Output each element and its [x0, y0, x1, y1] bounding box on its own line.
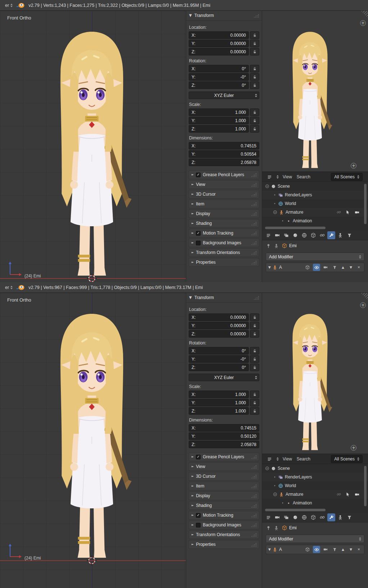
- tab-render-icon[interactable]: [273, 231, 281, 239]
- tab-world-icon[interactable]: [300, 231, 308, 239]
- panel-grease-pencil-layers[interactable]: ►✓Grease Pencil Layers: [189, 170, 259, 179]
- rotation-y-field[interactable]: Y:-0°: [189, 73, 249, 81]
- spinner-icon[interactable]: [10, 4, 13, 7]
- panel-grip-icon[interactable]: [251, 484, 256, 488]
- dimension-x-field[interactable]: X:0.74515: [189, 424, 259, 432]
- checkbox-checked-icon[interactable]: ✓: [196, 173, 201, 177]
- scale-z-field[interactable]: Z:1.000: [189, 125, 249, 133]
- outliner-tab-search[interactable]: Search: [296, 456, 311, 462]
- lock-rotation-z-button[interactable]: [250, 364, 259, 371]
- move-modifier-down-button[interactable]: ▼: [348, 264, 354, 271]
- pin-icon[interactable]: [266, 244, 271, 248]
- checkbox-unchecked-icon[interactable]: [196, 241, 201, 245]
- rotation-x-field[interactable]: X:0°: [189, 65, 249, 72]
- checkbox-unchecked-icon[interactable]: [196, 523, 201, 527]
- panel-grip-icon[interactable]: [251, 475, 256, 478]
- scale-y-field[interactable]: Y:1.000: [189, 117, 249, 124]
- tab-physics-icon[interactable]: [345, 513, 353, 521]
- panel-grip-icon[interactable]: [253, 14, 259, 18]
- collapse-arrow-icon[interactable]: ▼: [268, 266, 271, 269]
- object-breadcrumb[interactable]: Emi: [282, 243, 297, 248]
- tab-scene-icon[interactable]: [291, 231, 299, 239]
- editor-type-selector[interactable]: er: [5, 285, 13, 290]
- panel-transform-orientations[interactable]: ►Transform Orientations: [189, 248, 259, 257]
- rotation-order-select[interactable]: XYZ Euler: [189, 92, 259, 99]
- lock-rotation-x-button[interactable]: [250, 65, 259, 72]
- spinner-icon[interactable]: [10, 286, 13, 289]
- panel-grip-icon[interactable]: [251, 513, 256, 517]
- delete-modifier-button[interactable]: ✕: [356, 546, 362, 553]
- editor-menu-icon[interactable]: [264, 231, 272, 239]
- collapse-arrow-icon[interactable]: ▼: [268, 548, 271, 551]
- armature-modifier-header[interactable]: ▼ A ▲ ▼ ✕: [266, 545, 364, 554]
- character-model[interactable]: [42, 312, 142, 560]
- armature-modifier-header[interactable]: ▼ A ▲ ▼ ✕: [266, 263, 364, 272]
- tab-data-icon[interactable]: [336, 231, 344, 239]
- lock-scale-z-button[interactable]: [250, 407, 259, 415]
- tab-render-layers-icon[interactable]: [282, 513, 290, 521]
- panel-grip-icon[interactable]: [251, 231, 256, 235]
- tab-world-icon[interactable]: [300, 513, 308, 521]
- panel-grip-icon[interactable]: [251, 465, 256, 469]
- outliner-scope-select[interactable]: All Scenes: [331, 173, 363, 181]
- location-y-field[interactable]: Y:0.00000: [189, 40, 249, 47]
- dimension-y-field[interactable]: Y:0.50554: [189, 150, 259, 158]
- panel-display[interactable]: ►Display: [189, 209, 259, 218]
- restrict-render-icon[interactable]: [355, 210, 359, 215]
- character-model[interactable]: [42, 30, 142, 278]
- region-corner-handle[interactable]: [361, 11, 368, 18]
- outliner-item-scene[interactable]: Scene: [262, 464, 368, 473]
- lock-scale-y-button[interactable]: [250, 399, 259, 406]
- outliner-tab-search[interactable]: Search: [296, 174, 311, 180]
- scale-x-field[interactable]: X:1.000: [189, 391, 249, 398]
- panel-background-images[interactable]: ►Background Images: [189, 521, 259, 529]
- expand-region-button[interactable]: +: [360, 302, 366, 308]
- outliner-vertical-scrollbar[interactable]: [364, 466, 367, 506]
- panel-properties[interactable]: ►Properties: [189, 540, 259, 549]
- panel-shading[interactable]: ►Shading: [189, 219, 259, 228]
- panel-grip-icon[interactable]: [251, 241, 256, 245]
- panel-grip-icon[interactable]: [251, 504, 256, 508]
- outliner-tab-view[interactable]: View: [282, 174, 293, 180]
- add-modifier-button[interactable]: Add Modifier: [266, 535, 364, 543]
- location-y-field[interactable]: Y:0.00000: [189, 322, 249, 329]
- modifier-name[interactable]: A: [279, 265, 282, 270]
- toggle-render-icon[interactable]: [322, 546, 329, 553]
- restrict-render-icon[interactable]: [355, 492, 359, 497]
- tab-constraints-icon[interactable]: [318, 231, 326, 239]
- outliner-vertical-scrollbar[interactable]: [364, 184, 367, 224]
- panel-grip-icon[interactable]: [251, 192, 256, 196]
- toggle-render-icon[interactable]: [322, 264, 329, 271]
- outliner-horizontal-scrollbar[interactable]: [265, 227, 326, 229]
- outliner-item-armature[interactable]: Armature: [262, 490, 368, 499]
- panel-item[interactable]: ►Item: [189, 482, 259, 490]
- tab-render-icon[interactable]: [273, 513, 281, 521]
- character-model[interactable]: [282, 31, 338, 169]
- outliner-scope-select[interactable]: All Scenes: [331, 455, 363, 463]
- panel-grip-icon[interactable]: [251, 251, 256, 255]
- spinner-icon[interactable]: [277, 175, 279, 179]
- outliner-item-animation[interactable]: Animation: [262, 217, 368, 225]
- transform-panel-header[interactable]: ▼ Transform: [186, 11, 262, 21]
- panel-background-images[interactable]: ►Background Images: [189, 239, 259, 247]
- panel-motion-tracking[interactable]: ►✓Motion Tracking: [189, 229, 259, 237]
- checkbox-checked-icon[interactable]: ✓: [196, 231, 201, 236]
- outliner-tab-view[interactable]: View: [282, 456, 293, 462]
- toggle-editmode-icon[interactable]: [304, 546, 311, 553]
- outliner-item-world[interactable]: World: [262, 199, 368, 208]
- lock-scale-z-button[interactable]: [250, 125, 259, 133]
- panel-grip-icon[interactable]: [253, 296, 259, 300]
- panel-grip-icon[interactable]: [251, 455, 256, 459]
- panel-properties[interactable]: ►Properties: [189, 258, 259, 267]
- outliner-item-armature[interactable]: Armature: [262, 208, 368, 217]
- tab-physics-icon[interactable]: [345, 231, 353, 239]
- character-model[interactable]: [282, 313, 338, 451]
- outliner-horizontal-scrollbar[interactable]: [265, 509, 326, 511]
- location-z-field[interactable]: Z:0.00000: [189, 330, 249, 338]
- panel-shading[interactable]: ►Shading: [189, 501, 259, 510]
- panel-3d-cursor[interactable]: ►3D Cursor: [189, 190, 259, 199]
- panel-motion-tracking[interactable]: ►✓Motion Tracking: [189, 511, 259, 520]
- tab-scene-icon[interactable]: [291, 513, 299, 521]
- dimension-y-field[interactable]: Y:0.50120: [189, 432, 259, 440]
- object-breadcrumb[interactable]: Emi: [282, 525, 297, 530]
